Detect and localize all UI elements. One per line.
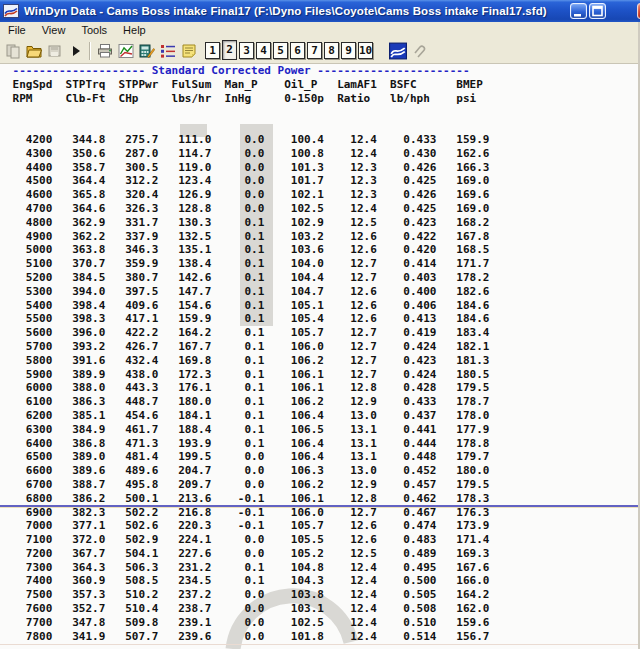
app-window: WinDyn Data - Cams Boss intake Final17 (… <box>0 0 640 649</box>
minimize-icon <box>571 4 586 18</box>
open-file-button[interactable] <box>23 40 44 61</box>
table-row: 5400 398.4 409.6 154.6 0.1 105.1 12.6 0.… <box>6 299 489 313</box>
page-button-10[interactable]: 10 <box>358 42 373 59</box>
logo-group <box>387 40 429 61</box>
table-row: 6300 384.9 461.7 188.4 0.1 106.5 13.1 0.… <box>6 423 489 437</box>
table-row: 5500 398.3 417.1 159.9 0.1 105.4 12.6 0.… <box>6 312 489 326</box>
superflow-logo-icon <box>389 42 407 60</box>
table-row: 4900 362.2 337.9 132.5 0.1 103.2 12.6 0.… <box>6 230 489 244</box>
table-row: 6000 388.0 443.3 176.1 0.1 106.1 12.8 0.… <box>6 381 489 395</box>
table-row: 4300 350.6 287.0 114.7 0.0 100.8 12.4 0.… <box>6 147 489 161</box>
edit-config-button[interactable] <box>136 40 157 61</box>
bottom-edge-line <box>0 644 640 645</box>
notes-button[interactable] <box>178 40 199 61</box>
save-icon <box>47 43 63 59</box>
table-row: 7000 377.1 502.6 220.3 -0.1 105.7 12.6 0… <box>6 519 489 533</box>
page-button-8[interactable]: 8 <box>324 42 339 59</box>
table-row: 7800 341.9 507.7 239.6 0.0 101.8 12.4 0.… <box>6 630 489 644</box>
attachment-button <box>408 40 429 61</box>
graph-button[interactable] <box>115 40 136 61</box>
page-buttons: 1 2 3 4 5 6 7 8 9 10 <box>205 42 375 60</box>
spacer <box>6 119 489 133</box>
table-row: 4400 358.7 300.5 119.0 0.0 101.3 12.3 0.… <box>6 161 489 175</box>
table-row: 4500 364.4 312.2 123.4 0.0 101.7 12.3 0.… <box>6 174 489 188</box>
page-button-6[interactable]: 6 <box>290 42 305 59</box>
table-row: 7200 367.7 504.1 227.6 0.0 105.2 12.5 0.… <box>6 547 489 561</box>
test-options-button[interactable] <box>157 40 178 61</box>
test-list-icon <box>160 43 176 59</box>
window-title: WinDyn Data - Cams Boss intake Final17 (… <box>24 5 547 17</box>
page-button-4[interactable]: 4 <box>256 42 271 59</box>
calculator-edit-icon <box>139 43 155 59</box>
minimize-button[interactable] <box>570 3 587 19</box>
data-report: -------------------- Standard Corrected … <box>6 64 489 643</box>
save-file-button <box>44 40 65 61</box>
menu-bar: File View Tools Help <box>0 22 640 39</box>
table-row: 4800 362.9 331.7 130.3 0.1 102.9 12.5 0.… <box>6 216 489 230</box>
column-names: EngSpd STPTrq STPPwr FulSum Man_P Oil_P … <box>6 78 489 92</box>
table-row: 5300 394.0 397.5 147.7 0.1 104.7 12.6 0.… <box>6 285 489 299</box>
table-row: 7400 360.9 508.5 234.5 0.1 104.3 12.4 0.… <box>6 574 489 588</box>
page-button-1[interactable]: 1 <box>205 42 220 59</box>
superflow-logo-button[interactable] <box>387 40 408 61</box>
attachment-icon <box>411 43 427 59</box>
section-divider-shadow <box>0 507 640 508</box>
table-row: 6700 388.7 495.8 209.7 0.0 106.2 12.9 0.… <box>6 478 489 492</box>
open-folder-icon <box>26 43 42 59</box>
page-button-3[interactable]: 3 <box>239 42 254 59</box>
table-row: 7600 352.7 510.4 238.7 0.0 103.1 12.4 0.… <box>6 602 489 616</box>
table-row: 6500 389.0 481.4 199.5 0.0 106.4 13.1 0.… <box>6 450 489 464</box>
table-row: 7100 372.0 502.9 224.1 0.0 105.5 12.6 0.… <box>6 533 489 547</box>
table-row: 7700 347.8 509.8 239.1 0.0 102.5 12.4 0.… <box>6 616 489 630</box>
maximize-icon <box>590 4 605 18</box>
play-icon <box>68 43 84 59</box>
toolbar-separator <box>89 42 91 60</box>
table-row: 5900 389.9 438.0 172.3 0.1 106.1 12.7 0.… <box>6 368 489 382</box>
menu-tools[interactable]: Tools <box>73 23 115 38</box>
menu-file[interactable]: File <box>0 23 34 38</box>
table-row: 4200 344.8 275.7 111.0 0.0 100.4 12.4 0.… <box>6 133 489 147</box>
table-row: 7500 357.3 510.2 237.2 0.0 103.8 12.4 0.… <box>6 588 489 602</box>
menu-help[interactable]: Help <box>115 23 154 38</box>
page-button-5[interactable]: 5 <box>273 42 288 59</box>
new-file-icon <box>5 43 21 59</box>
app-logo-icon <box>3 3 19 19</box>
table-row: 6100 386.3 448.7 180.0 0.1 106.2 12.9 0.… <box>6 395 489 409</box>
column-units: RPM Clb-Ft CHp lbs/hr InHg 0-150p Ratio … <box>6 92 489 106</box>
table-row: 5200 384.5 380.7 142.6 0.1 104.4 12.7 0.… <box>6 271 489 285</box>
run-button[interactable] <box>65 40 86 61</box>
title-bar: WinDyn Data - Cams Boss intake Final17 (… <box>0 0 640 22</box>
page-button-9[interactable]: 9 <box>341 42 356 59</box>
table-row: 5800 391.6 432.4 169.8 0.1 106.2 12.7 0.… <box>6 354 489 368</box>
table-row: 5100 370.7 359.9 138.4 0.1 104.0 12.7 0.… <box>6 257 489 271</box>
table-row: 5600 396.0 422.2 164.2 0.1 105.7 12.7 0.… <box>6 326 489 340</box>
new-file-button <box>2 40 23 61</box>
table-row: 6800 386.2 500.1 213.6 -0.1 106.1 12.8 0… <box>6 492 489 506</box>
graph-icon <box>118 43 134 59</box>
section-header: -------------------- Standard Corrected … <box>6 64 489 78</box>
spacer <box>6 105 489 119</box>
notepad-icon <box>181 43 197 59</box>
table-row: 5700 393.2 426.7 167.7 0.1 106.0 12.7 0.… <box>6 340 489 354</box>
maximize-button[interactable] <box>589 3 606 19</box>
page-button-7[interactable]: 7 <box>307 42 322 59</box>
table-row: 6200 385.1 454.6 184.1 0.1 106.4 13.0 0.… <box>6 409 489 423</box>
table-row: 5000 363.8 346.3 135.1 0.1 103.6 12.6 0.… <box>6 243 489 257</box>
toolbar: 1 2 3 4 5 6 7 8 9 10 <box>0 38 640 64</box>
table-row: 6400 386.8 471.3 193.9 0.1 106.4 13.1 0.… <box>6 437 489 451</box>
print-icon <box>97 43 113 59</box>
table-row: 7300 364.3 506.3 231.2 0.1 104.8 12.4 0.… <box>6 561 489 575</box>
menu-view[interactable]: View <box>34 23 74 38</box>
page-button-2[interactable]: 2 <box>222 40 237 60</box>
table-row: 4600 365.8 320.4 126.9 0.0 102.1 12.3 0.… <box>6 188 489 202</box>
print-button[interactable] <box>94 40 115 61</box>
table-row: 4700 364.6 326.3 128.8 0.0 102.5 12.4 0.… <box>6 202 489 216</box>
table-row: 6600 389.6 489.6 204.7 0.0 106.3 13.0 0.… <box>6 464 489 478</box>
